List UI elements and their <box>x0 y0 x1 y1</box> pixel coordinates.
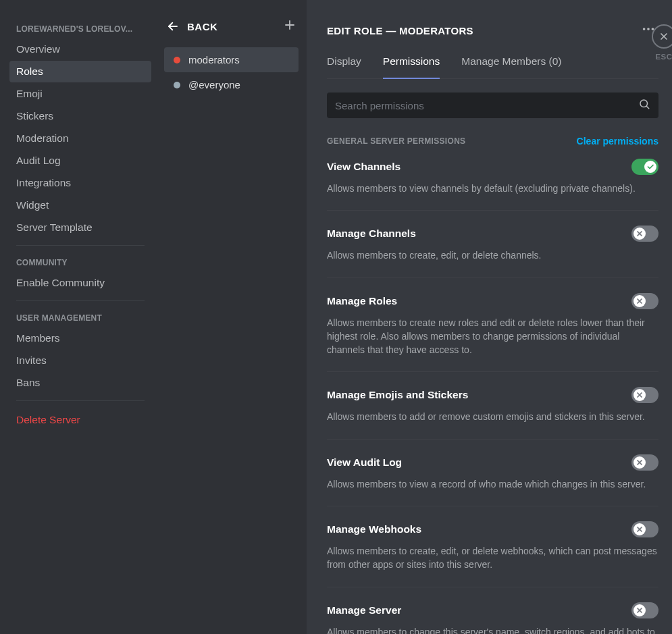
toggle-manage-roles[interactable] <box>631 293 658 309</box>
permission-view-channels: View ChannelsAllows members to view chan… <box>327 159 658 211</box>
toggle-manage-emojis-and-stickers[interactable] <box>631 387 658 403</box>
sidebar-item-invites[interactable]: Invites <box>9 350 151 371</box>
search-permissions[interactable] <box>327 93 658 118</box>
permission-manage-webhooks: Manage WebhooksAllows members to create,… <box>327 521 658 587</box>
add-role-button[interactable] <box>284 19 296 34</box>
user-mgmt-header: USER MANAGEMENT <box>9 309 151 327</box>
role-label: moderators <box>188 54 240 65</box>
role-item-moderators[interactable]: moderators <box>164 47 299 72</box>
sidebar-item-overview[interactable]: Overview <box>9 38 151 60</box>
permission-description: Allows members to create, edit, or delet… <box>327 248 658 262</box>
permission-description: Allows members to change this server's n… <box>327 625 658 634</box>
sidebar-item-members[interactable]: Members <box>9 327 151 349</box>
permission-title: Manage Emojis and Stickers <box>327 389 468 401</box>
back-button[interactable]: BACK <box>167 20 217 32</box>
permission-manage-roles: Manage RolesAllows members to create new… <box>327 293 658 373</box>
divider <box>16 300 145 301</box>
svg-line-7 <box>646 106 648 108</box>
svg-point-6 <box>640 100 648 107</box>
x-icon <box>634 295 646 307</box>
sidebar-item-bans[interactable]: Bans <box>9 372 151 394</box>
permissions-section-header: GENERAL SERVER PERMISSIONS <box>327 136 465 146</box>
permission-manage-emojis-and-stickers: Manage Emojis and StickersAllows members… <box>327 387 658 439</box>
sidebar-item-widget[interactable]: Widget <box>9 194 151 216</box>
sidebar-item-stickers[interactable]: Stickers <box>9 105 151 127</box>
permission-title: Manage Server <box>327 604 401 616</box>
tab-permissions[interactable]: Permissions <box>383 55 440 78</box>
permission-description: Allows members to view a record of who m… <box>327 477 658 491</box>
permission-title: View Channels <box>327 161 400 173</box>
toggle-view-channels[interactable] <box>631 159 658 175</box>
esc-label: ESC <box>655 53 672 61</box>
back-label: BACK <box>187 21 217 32</box>
sidebar-item-emoji[interactable]: Emoji <box>9 83 151 105</box>
permission-manage-server: Manage ServerAllows members to change th… <box>327 602 658 634</box>
sidebar-item-integrations[interactable]: Integrations <box>9 172 151 194</box>
check-icon <box>644 161 656 173</box>
clear-permissions-link[interactable]: Clear permissions <box>577 136 658 147</box>
permission-title: Manage Roles <box>327 295 397 307</box>
permission-title: Manage Webhooks <box>327 523 421 535</box>
permission-manage-channels: Manage ChannelsAllows members to create,… <box>327 226 658 278</box>
toggle-manage-channels[interactable] <box>631 226 658 242</box>
permission-title: Manage Channels <box>327 228 416 240</box>
svg-point-3 <box>643 28 646 30</box>
delete-server[interactable]: Delete Server <box>9 409 151 431</box>
sidebar-item-roles[interactable]: Roles <box>9 61 151 82</box>
divider <box>16 245 145 246</box>
x-icon <box>634 389 646 401</box>
arrow-left-icon <box>167 20 179 32</box>
role-label: @everyone <box>188 79 240 90</box>
tab-display[interactable]: Display <box>327 55 361 78</box>
close-settings: ESC <box>652 24 672 61</box>
sidebar-item-audit-log[interactable]: Audit Log <box>9 150 151 171</box>
x-icon <box>634 523 646 535</box>
x-icon <box>634 604 646 616</box>
search-input[interactable] <box>335 100 638 111</box>
role-color-dot <box>174 82 180 88</box>
permission-description: Allows members to add or remove custom e… <box>327 410 658 423</box>
divider <box>16 400 145 401</box>
svg-point-4 <box>647 28 650 30</box>
edit-role-panel: EDIT ROLE — MODERATORS DisplayPermission… <box>307 0 672 634</box>
community-header: COMMUNITY <box>9 254 151 271</box>
sidebar-item-server-template[interactable]: Server Template <box>9 217 151 238</box>
plus-icon <box>284 19 296 31</box>
x-icon <box>634 456 646 469</box>
x-icon <box>634 228 646 240</box>
server-settings-sidebar: LOREWARNED'S LORELOV... OverviewRolesEmo… <box>0 0 155 634</box>
search-icon <box>638 98 650 113</box>
toggle-view-audit-log[interactable] <box>631 454 658 471</box>
permission-title: View Audit Log <box>327 456 402 469</box>
close-icon <box>658 31 669 42</box>
tab-manage[interactable]: Manage Members (0) <box>461 55 561 78</box>
server-name-header: LOREWARNED'S LORELOV... <box>9 20 151 38</box>
sidebar-item-enable-community[interactable]: Enable Community <box>9 272 151 294</box>
permission-description: Allows members to view channels by defau… <box>327 182 658 195</box>
permission-description: Allows members to create, edit, or delet… <box>327 544 658 572</box>
toggle-manage-webhooks[interactable] <box>631 521 658 537</box>
role-color-dot <box>174 57 180 63</box>
close-button[interactable] <box>652 24 672 49</box>
permission-description: Allows members to create new roles and e… <box>327 316 658 357</box>
role-tabs: DisplayPermissionsManage Members (0) <box>327 55 658 79</box>
sidebar-item-moderation[interactable]: Moderation <box>9 128 151 149</box>
panel-title: EDIT ROLE — MODERATORS <box>327 25 473 36</box>
roles-column: BACK moderators@everyone <box>155 0 307 634</box>
permission-view-audit-log: View Audit LogAllows members to view a r… <box>327 454 658 506</box>
toggle-manage-server[interactable] <box>631 602 658 618</box>
role-item-everyone[interactable]: @everyone <box>164 72 299 97</box>
